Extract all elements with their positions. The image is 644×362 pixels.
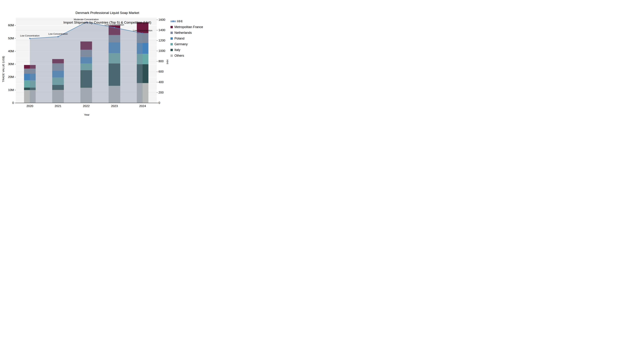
x-tick-label-2022: 2022: [78, 104, 94, 108]
x-axis-title: Year: [77, 113, 96, 116]
legend-item-hhi[interactable]: HHI: [170, 18, 203, 24]
hhi-point-2021[interactable]: [58, 36, 59, 37]
legend: HHIMetropolitan FranceNetherlandsPolandG…: [170, 18, 203, 58]
x-tick-label-2021: 2021: [50, 104, 66, 108]
legend-swatch-icon-poland: [170, 37, 173, 40]
x-tick-label-2024: 2024: [134, 104, 150, 108]
chart-title-line1: Denmark Professional Liquid Soap Market: [0, 10, 215, 15]
x-tick-label-2023: 2023: [106, 104, 122, 108]
legend-item-poland[interactable]: Poland: [170, 35, 203, 41]
legend-label: Others: [174, 54, 184, 57]
legend-label: Poland: [174, 37, 184, 40]
y-left-tick-label-50M: 50M: [2, 37, 14, 40]
y-axis-left-title: TRADE VALUE (US$): [2, 55, 5, 83]
y-right-tick-label-1600: 1600: [158, 18, 171, 22]
legend-swatch-icon-metropolitan-france: [170, 26, 173, 28]
legend-label: HHI: [177, 19, 182, 23]
y-right-tick-label-1000: 1000: [158, 49, 171, 53]
y-left-tick-label-40M: 40M: [2, 49, 14, 53]
y-right-tick-label-800: 800: [158, 59, 171, 63]
annotation-2023: Low Concentration: [93, 23, 136, 26]
legend-label: Italy: [174, 48, 180, 52]
x-tick-label-2020: 2020: [22, 104, 38, 108]
legend-swatch-icon-italy: [170, 49, 173, 51]
y-left-tick-label-10M: 10M: [2, 88, 14, 92]
legend-swatch-icon-netherlands: [170, 32, 173, 34]
y-left-tick-label-60M: 60M: [2, 23, 14, 27]
y-left-tick-label-0: 0: [2, 101, 14, 105]
y-right-tick-label-1200: 1200: [158, 39, 171, 42]
y-right-tick-label-400: 400: [158, 80, 171, 84]
y-left-tick-label-20M: 20M: [2, 75, 14, 79]
y-right-tick-label-0: 0: [158, 101, 171, 105]
legend-label: Germany: [174, 42, 188, 46]
legend-item-netherlands[interactable]: Netherlands: [170, 30, 203, 35]
legend-item-italy[interactable]: Italy: [170, 47, 203, 53]
legend-label: Metropolitan France: [174, 25, 203, 29]
chart-figure: Denmark Professional Liquid Soap Market …: [0, 0, 215, 121]
y-left-tick-label-30M: 30M: [2, 62, 14, 66]
annotation-2022: Moderate Concentration: [65, 18, 108, 21]
legend-swatch-icon-germany: [170, 43, 173, 45]
hhi-point-2020[interactable]: [29, 38, 30, 39]
legend-item-germany[interactable]: Germany: [170, 41, 203, 47]
legend-item-others[interactable]: Others: [170, 53, 203, 58]
y-right-tick-label-200: 200: [158, 91, 171, 94]
annotation-2021: Low Concentration: [36, 32, 80, 35]
legend-label: Netherlands: [174, 31, 192, 35]
legend-hhi-line-icon: [170, 20, 176, 22]
hhi-point-2024[interactable]: [142, 33, 143, 34]
annotation-2024: Low Concentration: [121, 29, 164, 32]
legend-item-metropolitan-france[interactable]: Metropolitan France: [170, 24, 203, 30]
legend-swatch-icon-others: [170, 54, 173, 57]
y-right-tick-label-600: 600: [158, 70, 171, 73]
